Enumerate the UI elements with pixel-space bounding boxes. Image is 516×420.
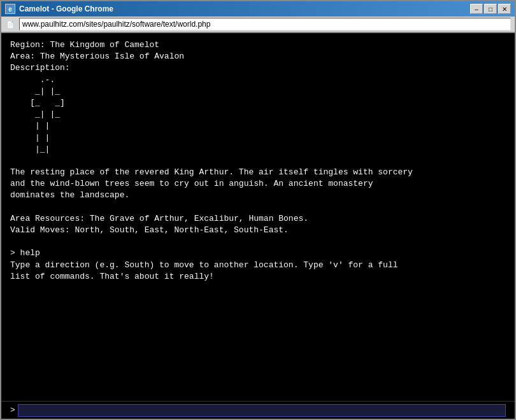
minimize-button[interactable]: – — [470, 4, 483, 14]
address-input[interactable] — [19, 18, 511, 31]
prompt-symbol: > — [10, 405, 15, 415]
browser-content: Region: The Kingdom of Camelot Area: The… — [1, 33, 515, 419]
browser-window: e Camelot - Google Chrome – □ ✕ 📄 Region… — [0, 0, 516, 420]
ascii-art: .-. _| |_ [_ _] _| |_ | | | | |_| — [10, 74, 506, 155]
description-text: The resting place of the revered King Ar… — [10, 167, 506, 202]
region-line: Region: The Kingdom of Camelot — [10, 39, 506, 51]
title-bar: e Camelot - Google Chrome – □ ✕ — [1, 1, 515, 17]
description-label: Description: — [10, 62, 506, 74]
page-icon: 📄 — [5, 19, 15, 29]
help-text: Type a direction (e.g. South) to move to… — [10, 260, 506, 283]
window-controls: – □ ✕ — [470, 4, 511, 14]
area-line: Area: The Mysterious Isle of Avalon — [10, 51, 506, 62]
resources-line: Area Resources: The Grave of Arthur, Exc… — [10, 213, 506, 225]
prompt-bar: > — [1, 401, 515, 419]
maximize-button[interactable]: □ — [484, 4, 497, 14]
moves-line: Valid Moves: North, South, East, North-E… — [10, 225, 506, 236]
terminal-output: Region: The Kingdom of Camelot Area: The… — [1, 33, 515, 401]
close-button[interactable]: ✕ — [498, 4, 511, 14]
window-title: Camelot - Google Chrome — [19, 4, 113, 13]
title-bar-left: e Camelot - Google Chrome — [5, 4, 113, 14]
command-input[interactable] — [18, 404, 506, 417]
address-bar: 📄 — [1, 17, 515, 33]
browser-icon: e — [5, 4, 15, 14]
command-entry: > help — [10, 248, 506, 259]
